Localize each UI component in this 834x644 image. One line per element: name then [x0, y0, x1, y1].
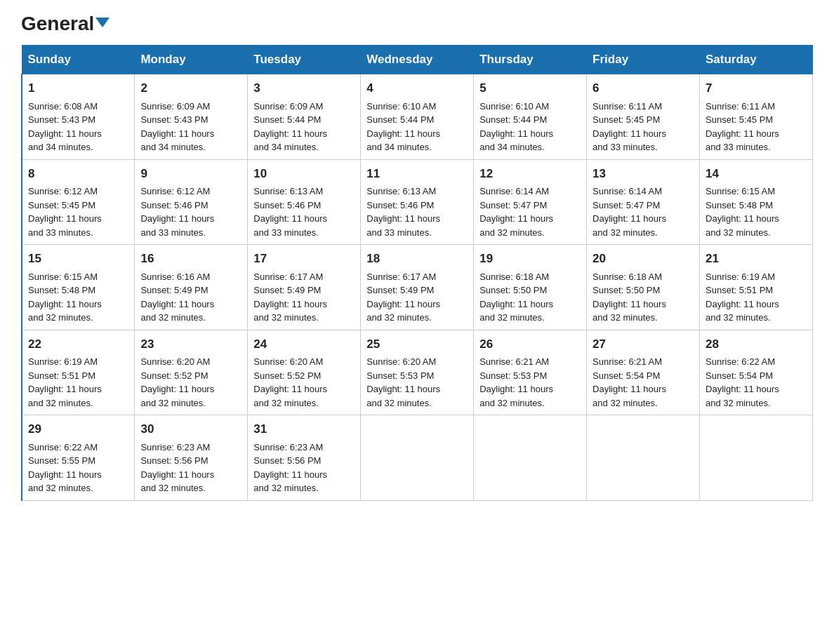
day-cell	[700, 415, 813, 501]
day-info: Sunrise: 6:18 AMSunset: 5:50 PMDaylight:…	[479, 271, 553, 323]
day-number: 2	[140, 79, 241, 98]
week-row-2: 8 Sunrise: 6:12 AMSunset: 5:45 PMDayligh…	[22, 159, 813, 245]
header-row: SundayMondayTuesdayWednesdayThursdayFrid…	[22, 46, 813, 74]
day-number: 5	[479, 79, 581, 98]
day-number: 14	[706, 165, 807, 183]
header-cell-sunday: Sunday	[22, 46, 135, 74]
day-cell: 14 Sunrise: 6:15 AMSunset: 5:48 PMDaylig…	[700, 159, 813, 245]
day-cell: 11 Sunrise: 6:13 AMSunset: 5:46 PMDaylig…	[361, 159, 474, 245]
day-number: 10	[253, 165, 355, 183]
header-cell-wednesday: Wednesday	[361, 46, 474, 74]
day-number: 20	[593, 250, 694, 268]
day-number: 24	[253, 335, 355, 354]
day-number: 29	[28, 420, 128, 438]
week-row-4: 22 Sunrise: 6:19 AMSunset: 5:51 PMDaylig…	[22, 330, 813, 415]
day-info: Sunrise: 6:08 AMSunset: 5:43 PMDaylight:…	[28, 101, 102, 153]
day-number: 16	[140, 250, 241, 268]
day-number: 12	[479, 165, 581, 183]
day-info: Sunrise: 6:19 AMSunset: 5:51 PMDaylight:…	[28, 356, 102, 408]
day-info: Sunrise: 6:17 AMSunset: 5:49 PMDaylight:…	[253, 271, 327, 323]
day-info: Sunrise: 6:21 AMSunset: 5:54 PMDaylight:…	[593, 356, 666, 408]
day-cell: 23 Sunrise: 6:20 AMSunset: 5:52 PMDaylig…	[135, 330, 248, 415]
day-info: Sunrise: 6:22 AMSunset: 5:54 PMDaylight:…	[706, 356, 779, 408]
calendar-body: 1 Sunrise: 6:08 AMSunset: 5:43 PMDayligh…	[22, 74, 813, 501]
day-info: Sunrise: 6:18 AMSunset: 5:50 PMDaylight:…	[593, 271, 666, 323]
day-number: 6	[593, 79, 694, 98]
day-cell: 27 Sunrise: 6:21 AMSunset: 5:54 PMDaylig…	[587, 330, 700, 415]
day-number: 8	[28, 165, 128, 183]
day-number: 15	[28, 250, 128, 268]
day-number: 11	[366, 165, 468, 183]
day-cell	[474, 415, 587, 501]
day-info: Sunrise: 6:21 AMSunset: 5:53 PMDaylight:…	[479, 356, 553, 408]
day-info: Sunrise: 6:11 AMSunset: 5:45 PMDaylight:…	[706, 101, 779, 153]
day-number: 26	[479, 335, 581, 354]
header-cell-friday: Friday	[587, 46, 700, 74]
day-cell: 8 Sunrise: 6:12 AMSunset: 5:45 PMDayligh…	[22, 159, 135, 245]
header-cell-thursday: Thursday	[474, 46, 587, 74]
day-cell: 16 Sunrise: 6:16 AMSunset: 5:49 PMDaylig…	[135, 245, 248, 330]
day-cell	[587, 415, 700, 501]
day-cell: 2 Sunrise: 6:09 AMSunset: 5:43 PMDayligh…	[135, 74, 248, 160]
day-info: Sunrise: 6:19 AMSunset: 5:51 PMDaylight:…	[706, 271, 779, 323]
week-row-3: 15 Sunrise: 6:15 AMSunset: 5:48 PMDaylig…	[22, 245, 813, 330]
day-cell: 29 Sunrise: 6:22 AMSunset: 5:55 PMDaylig…	[22, 415, 135, 501]
page-header: General	[21, 14, 813, 32]
day-cell: 19 Sunrise: 6:18 AMSunset: 5:50 PMDaylig…	[474, 245, 587, 330]
day-info: Sunrise: 6:13 AMSunset: 5:46 PMDaylight:…	[253, 186, 327, 238]
day-info: Sunrise: 6:14 AMSunset: 5:47 PMDaylight:…	[593, 186, 666, 238]
day-cell: 28 Sunrise: 6:22 AMSunset: 5:54 PMDaylig…	[700, 330, 813, 415]
day-info: Sunrise: 6:20 AMSunset: 5:53 PMDaylight:…	[366, 356, 440, 408]
day-cell: 30 Sunrise: 6:23 AMSunset: 5:56 PMDaylig…	[135, 415, 248, 501]
day-cell: 25 Sunrise: 6:20 AMSunset: 5:53 PMDaylig…	[361, 330, 474, 415]
day-number: 27	[593, 335, 694, 354]
day-number: 23	[140, 335, 241, 354]
day-info: Sunrise: 6:15 AMSunset: 5:48 PMDaylight:…	[706, 186, 779, 238]
day-number: 28	[706, 335, 807, 354]
day-info: Sunrise: 6:12 AMSunset: 5:46 PMDaylight:…	[140, 186, 214, 238]
day-info: Sunrise: 6:10 AMSunset: 5:44 PMDaylight:…	[479, 101, 553, 153]
calendar-table: SundayMondayTuesdayWednesdayThursdayFrid…	[21, 45, 813, 501]
day-number: 31	[253, 420, 355, 438]
day-cell: 4 Sunrise: 6:10 AMSunset: 5:44 PMDayligh…	[361, 74, 474, 160]
day-cell: 15 Sunrise: 6:15 AMSunset: 5:48 PMDaylig…	[22, 245, 135, 330]
header-cell-monday: Monday	[135, 46, 248, 74]
day-number: 25	[366, 335, 468, 354]
day-number: 18	[366, 250, 468, 268]
day-info: Sunrise: 6:20 AMSunset: 5:52 PMDaylight:…	[140, 356, 214, 408]
day-cell: 13 Sunrise: 6:14 AMSunset: 5:47 PMDaylig…	[587, 159, 700, 245]
day-cell: 22 Sunrise: 6:19 AMSunset: 5:51 PMDaylig…	[22, 330, 135, 415]
day-number: 9	[140, 165, 241, 183]
day-number: 19	[479, 250, 581, 268]
day-number: 30	[140, 420, 241, 438]
day-info: Sunrise: 6:13 AMSunset: 5:46 PMDaylight:…	[366, 186, 440, 238]
week-row-5: 29 Sunrise: 6:22 AMSunset: 5:55 PMDaylig…	[22, 415, 813, 501]
day-info: Sunrise: 6:14 AMSunset: 5:47 PMDaylight:…	[479, 186, 553, 238]
day-cell: 21 Sunrise: 6:19 AMSunset: 5:51 PMDaylig…	[700, 245, 813, 330]
calendar-header: SundayMondayTuesdayWednesdayThursdayFrid…	[22, 46, 813, 74]
day-cell: 9 Sunrise: 6:12 AMSunset: 5:46 PMDayligh…	[135, 159, 248, 245]
header-cell-saturday: Saturday	[700, 46, 813, 74]
day-number: 4	[366, 79, 468, 98]
day-info: Sunrise: 6:09 AMSunset: 5:43 PMDaylight:…	[140, 101, 214, 153]
day-cell: 10 Sunrise: 6:13 AMSunset: 5:46 PMDaylig…	[248, 159, 361, 245]
day-number: 1	[28, 79, 128, 98]
logo-triangle-icon	[95, 18, 110, 27]
day-info: Sunrise: 6:16 AMSunset: 5:49 PMDaylight:…	[140, 271, 214, 323]
day-info: Sunrise: 6:20 AMSunset: 5:52 PMDaylight:…	[253, 356, 327, 408]
day-info: Sunrise: 6:12 AMSunset: 5:45 PMDaylight:…	[28, 186, 102, 238]
day-cell: 20 Sunrise: 6:18 AMSunset: 5:50 PMDaylig…	[587, 245, 700, 330]
week-row-1: 1 Sunrise: 6:08 AMSunset: 5:43 PMDayligh…	[22, 74, 813, 160]
day-cell: 18 Sunrise: 6:17 AMSunset: 5:49 PMDaylig…	[361, 245, 474, 330]
header-cell-tuesday: Tuesday	[248, 46, 361, 74]
day-cell	[361, 415, 474, 501]
day-info: Sunrise: 6:11 AMSunset: 5:45 PMDaylight:…	[593, 101, 666, 153]
day-info: Sunrise: 6:23 AMSunset: 5:56 PMDaylight:…	[253, 442, 327, 494]
day-info: Sunrise: 6:15 AMSunset: 5:48 PMDaylight:…	[28, 271, 102, 323]
day-cell: 12 Sunrise: 6:14 AMSunset: 5:47 PMDaylig…	[474, 159, 587, 245]
day-info: Sunrise: 6:23 AMSunset: 5:56 PMDaylight:…	[140, 442, 214, 494]
day-cell: 31 Sunrise: 6:23 AMSunset: 5:56 PMDaylig…	[248, 415, 361, 501]
day-info: Sunrise: 6:10 AMSunset: 5:44 PMDaylight:…	[366, 101, 440, 153]
day-cell: 26 Sunrise: 6:21 AMSunset: 5:53 PMDaylig…	[474, 330, 587, 415]
day-cell: 6 Sunrise: 6:11 AMSunset: 5:45 PMDayligh…	[587, 74, 700, 160]
